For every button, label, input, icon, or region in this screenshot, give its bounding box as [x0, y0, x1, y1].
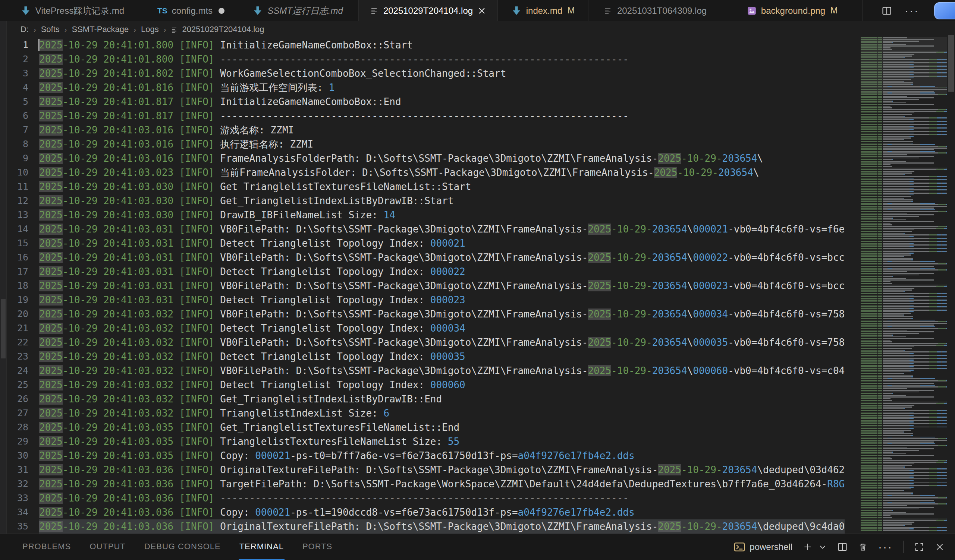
log-line[interactable]: 292025-10-29 20:41:03.035 [INFO] Triangl…: [0, 434, 861, 449]
kill-terminal-icon[interactable]: [858, 542, 868, 552]
minimap-row: [861, 328, 947, 329]
log-line[interactable]: 182025-10-29 20:41:03.031 [INFO] VB0File…: [0, 279, 861, 293]
minimap-row: [861, 189, 947, 190]
minimap-row: [861, 258, 947, 259]
log-line[interactable]: 52025-10-29 20:41:01.817 [INFO] Initiali…: [0, 95, 861, 109]
new-terminal-icon[interactable]: [803, 542, 813, 552]
minimap-row: [861, 343, 947, 344]
log-line[interactable]: 142025-10-29 20:41:03.031 [INFO] VB0File…: [0, 222, 861, 236]
editor-scrollbar-thumb[interactable]: [948, 35, 954, 92]
minimap-row: [861, 351, 947, 353]
editor-code-area[interactable]: 12025-10-29 20:41:01.800 [INFO] Initiali…: [0, 38, 861, 533]
panel-tab-debug-console[interactable]: DEBUG CONSOLE: [144, 534, 221, 560]
split-editor-icon[interactable]: [881, 6, 892, 16]
tab-20251029T204104.log[interactable]: 20251029T204104.log: [359, 0, 498, 21]
minimap-row: [861, 240, 947, 241]
log-line[interactable]: 322025-10-29 20:41:03.036 [INFO] TargetF…: [0, 477, 861, 491]
log-line[interactable]: 342025-10-29 20:41:03.036 [INFO] Copy: 0…: [0, 505, 861, 519]
tab-20251031T064309.log[interactable]: 20251031T064309.log: [589, 0, 722, 21]
log-line[interactable]: 282025-10-29 20:41:03.035 [INFO] Get_Tri…: [0, 420, 861, 434]
minimap-row: [861, 500, 947, 501]
minimap-row: [861, 457, 947, 458]
log-line[interactable]: 62025-10-29 20:41:01.817 [INFO] --------…: [0, 109, 861, 123]
log-line[interactable]: 112025-10-29 20:41:03.030 [INFO] Get_Tri…: [0, 179, 861, 194]
line-number: 20: [0, 307, 28, 321]
panel-tab-ports[interactable]: PORTS: [302, 534, 333, 560]
log-line[interactable]: 72025-10-29 20:41:03.016 [INFO] 游戏名称: ZZ…: [0, 123, 861, 137]
minimap-row: [861, 169, 947, 170]
minimap-row: [861, 330, 947, 331]
close-tab-icon[interactable]: [478, 6, 486, 15]
line-number: 4: [0, 81, 28, 95]
log-line[interactable]: 352025-10-29 20:41:03.036 [INFO] Origina…: [0, 519, 861, 533]
tab-SSMT运行日志.md[interactable]: SSMT运行日志.md: [237, 0, 359, 21]
minimap-row: [861, 119, 947, 120]
more-actions-icon[interactable]: ···: [905, 5, 919, 17]
minimap-row: [861, 251, 947, 252]
breadcrumb-item[interactable]: D:: [20, 25, 29, 34]
panel-tab-output[interactable]: OUTPUT: [89, 534, 126, 560]
tab-config.mts[interactable]: TSconfig.mts: [145, 0, 237, 21]
minimap-row: [861, 245, 947, 245]
minimap-row: [861, 315, 947, 315]
log-line[interactable]: 22025-10-29 20:41:01.800 [INFO] --------…: [0, 52, 861, 66]
log-line[interactable]: 82025-10-29 20:41:03.016 [INFO] 执行逻辑名称: …: [0, 137, 861, 151]
minimap-row: [861, 487, 947, 488]
minimap-row: [861, 437, 947, 438]
line-number: 26: [0, 392, 28, 406]
tab-VitePress踩坑记录.md[interactable]: VitePress踩坑记录.md: [0, 0, 145, 21]
unsaved-dot-icon[interactable]: [219, 8, 224, 14]
minimap-row: [861, 271, 947, 272]
log-line[interactable]: 272025-10-29 20:41:03.032 [INFO] Triangl…: [0, 406, 861, 420]
log-line[interactable]: 332025-10-29 20:41:03.036 [INFO] -------…: [0, 491, 861, 505]
floating-widget[interactable]: [934, 2, 955, 19]
log-line[interactable]: 312025-10-29 20:41:03.036 [INFO] Origina…: [0, 463, 861, 477]
log-line[interactable]: 162025-10-29 20:41:03.031 [INFO] VB0File…: [0, 250, 861, 265]
log-line[interactable]: 12025-10-29 20:41:01.800 [INFO] Initiali…: [0, 38, 861, 52]
log-line[interactable]: 302025-10-29 20:41:03.035 [INFO] Copy: 0…: [0, 449, 861, 463]
minimap-row: [861, 269, 947, 270]
log-line[interactable]: 212025-10-29 20:41:03.032 [INFO] Detect …: [0, 321, 861, 335]
log-line[interactable]: 132025-10-29 20:41:03.030 [INFO] DrawIB_…: [0, 208, 861, 222]
panel-tab-problems[interactable]: PROBLEMS: [22, 534, 72, 560]
log-line[interactable]: 262025-10-29 20:41:03.032 [INFO] Get_Tri…: [0, 392, 861, 406]
log-line[interactable]: 32025-10-29 20:41:01.802 [INFO] WorkGame…: [0, 66, 861, 81]
breadcrumb-item[interactable]: Softs: [41, 25, 59, 34]
breadcrumb-item[interactable]: SSMT-Package: [72, 25, 128, 34]
log-line[interactable]: 92025-10-29 20:41:03.016 [INFO] FrameAna…: [0, 151, 861, 165]
log-line[interactable]: 232025-10-29 20:41:03.032 [INFO] Detect …: [0, 349, 861, 363]
log-line[interactable]: 122025-10-29 20:41:03.030 [INFO] Get_Tri…: [0, 194, 861, 208]
close-panel-icon[interactable]: [935, 542, 944, 552]
log-line[interactable]: 222025-10-29 20:41:03.032 [INFO] VB0File…: [0, 335, 861, 349]
log-line[interactable]: 242025-10-29 20:41:03.032 [INFO] VB0File…: [0, 363, 861, 378]
minimap[interactable]: [861, 37, 947, 533]
panel-more-actions-icon[interactable]: ···: [878, 541, 893, 553]
log-line-text: 2025-10-29 20:41:01.800 [INFO] Initializ…: [39, 38, 413, 52]
log-line[interactable]: 152025-10-29 20:41:03.031 [INFO] Detect …: [0, 236, 861, 250]
terminal-profile[interactable]: powershell: [734, 542, 792, 552]
split-terminal-icon[interactable]: [837, 542, 848, 552]
minimap-row: [861, 283, 947, 284]
breadcrumb-item[interactable]: Logs: [141, 25, 159, 34]
log-line[interactable]: 202025-10-29 20:41:03.032 [INFO] VB0File…: [0, 307, 861, 321]
log-line[interactable]: 252025-10-29 20:41:03.032 [INFO] Detect …: [0, 378, 861, 392]
tab-index.md[interactable]: index.mdM: [498, 0, 589, 21]
terminal-dropdown-chevron-icon[interactable]: [819, 543, 827, 551]
minimap-row: [861, 375, 947, 376]
minimap-viewport-indicator[interactable]: [861, 37, 947, 94]
breadcrumb-file[interactable]: 20251029T204104.log: [182, 25, 264, 34]
maximize-panel-icon[interactable]: [914, 542, 924, 552]
line-number: 14: [0, 222, 28, 236]
log-line[interactable]: 192025-10-29 20:41:03.031 [INFO] Detect …: [0, 293, 861, 307]
log-line[interactable]: 42025-10-29 20:41:01.816 [INFO] 当前游戏工作空间…: [0, 81, 861, 95]
editor-scrollbar[interactable]: [947, 37, 955, 533]
log-line[interactable]: 102025-10-29 20:41:03.023 [INFO] 当前Frame…: [0, 165, 861, 179]
minimap-row: [861, 186, 947, 187]
tab-background.png[interactable]: background.pngM: [722, 0, 863, 21]
chevron-right-icon: ›: [34, 25, 36, 34]
minimap-row: [861, 338, 947, 339]
line-number: 19: [0, 293, 28, 307]
panel-tab-terminal[interactable]: TERMINAL: [239, 534, 285, 560]
log-line[interactable]: 172025-10-29 20:41:03.031 [INFO] Detect …: [0, 265, 861, 279]
log-line-text: 2025-10-29 20:41:03.035 [INFO] Trianglel…: [39, 434, 459, 449]
